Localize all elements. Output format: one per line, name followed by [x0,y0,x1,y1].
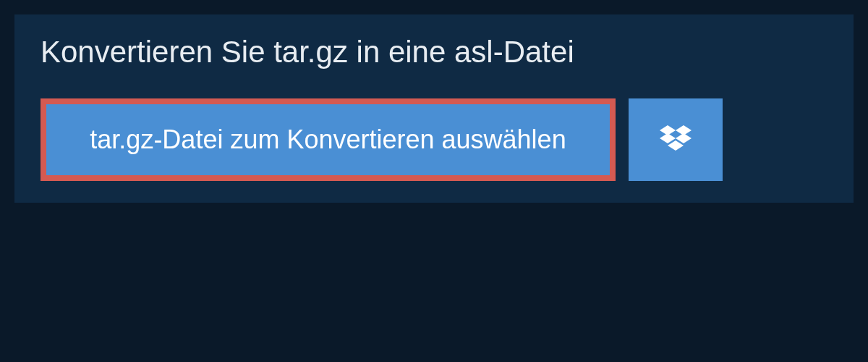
select-file-label: tar.gz-Datei zum Konvertieren auswählen [90,125,566,155]
page-heading: Konvertieren Sie tar.gz in eine asl-Date… [14,14,854,98]
dropbox-button[interactable] [629,98,723,181]
converter-panel: Konvertieren Sie tar.gz in eine asl-Date… [14,14,854,203]
action-row: tar.gz-Datei zum Konvertieren auswählen [14,98,854,181]
dropbox-icon [660,125,692,154]
select-file-button[interactable]: tar.gz-Datei zum Konvertieren auswählen [41,98,616,181]
